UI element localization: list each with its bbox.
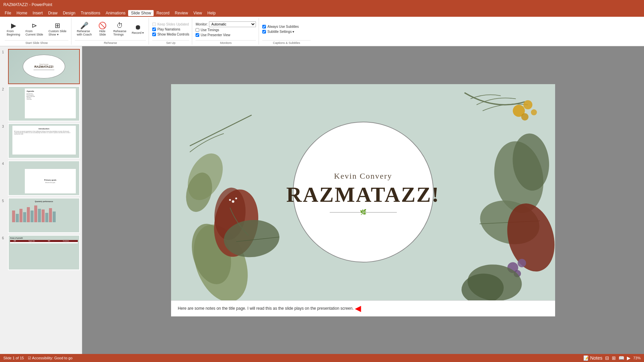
use-presenter-view-checkbox[interactable]	[196, 33, 199, 37]
zoom-level: 73%	[633, 356, 641, 360]
svg-point-22	[514, 270, 521, 277]
from-beginning-icon: ▶	[11, 22, 16, 29]
normal-view-button[interactable]: ⊟	[605, 355, 609, 361]
slide-thumb-2[interactable]: 2 Agenda Introduction Primary goals Area…	[2, 86, 80, 121]
svg-point-13	[521, 113, 529, 120]
presentation-title: RAZMATAZZ!	[286, 184, 440, 205]
notes-toggle[interactable]: 📝 Notes	[583, 355, 602, 361]
notes-text: Here are some notes on the title page. I…	[178, 306, 354, 311]
menu-home[interactable]: Home	[14, 10, 30, 16]
ribbon: ▶ FromBeginning ⊳ FromCurrent Slide ⊞ Cu…	[0, 17, 644, 46]
svg-point-23	[466, 262, 524, 300]
svg-point-19	[500, 198, 555, 277]
custom-slideshow-label: Custom SlideShow ▾	[49, 29, 67, 36]
subtitle-settings-checkbox[interactable]	[262, 30, 266, 34]
record-label: Record ▾	[132, 31, 144, 35]
main-area: 1 Kevin Convery RAZMATAZZ! 2	[0, 46, 644, 354]
hide-slide-icon: 🚫	[98, 22, 107, 29]
svg-point-6	[229, 199, 231, 201]
rehearse-coach-button[interactable]: 🎤 Rehearsewith Coach	[75, 21, 94, 38]
captions-options: Always Use Subtitles Subtitle Settings ▾	[262, 18, 311, 40]
slide-thumbnail-6[interactable]: Areas of growth B2B Supply chain M&V E-c…	[8, 235, 80, 270]
menu-file[interactable]: File	[2, 10, 14, 16]
svg-point-20	[507, 262, 518, 273]
slide-thumbnail-1[interactable]: Kevin Convery RAZMATAZZ!	[8, 49, 80, 84]
keep-slides-updated-checkbox[interactable]	[152, 22, 156, 26]
presenter-name: Kevin Convery	[334, 172, 392, 181]
menu-record[interactable]: Record	[154, 10, 172, 16]
use-timings-row[interactable]: Use Timings	[196, 28, 256, 32]
slide-divider	[330, 212, 397, 213]
slide-thumbnail-5[interactable]: Quarterly performance	[8, 198, 80, 233]
svg-point-14	[531, 109, 537, 115]
use-presenter-view-row[interactable]: Use Presenter View	[196, 33, 256, 37]
menu-slideshow[interactable]: Slide Show	[128, 10, 154, 16]
show-media-controls-label: Show Media Controls	[157, 33, 189, 36]
svg-point-7	[181, 148, 230, 206]
show-media-controls-row[interactable]: Show Media Controls	[152, 32, 189, 37]
menu-help[interactable]: Help	[205, 10, 218, 16]
slide-thumbnail-4[interactable]: Primary goals Annual revenue goals	[8, 161, 80, 196]
rehearse-timings-icon: ⏱	[116, 22, 123, 29]
rehearse-group-label: Rehearse	[75, 40, 146, 45]
svg-point-21	[518, 259, 526, 267]
slide-thumb-5[interactable]: 5 Quarterly performance	[2, 198, 80, 233]
use-timings-checkbox[interactable]	[196, 28, 199, 32]
hide-slide-button[interactable]: 🚫 HideSlide	[95, 21, 110, 38]
menu-view[interactable]: View	[191, 10, 205, 16]
from-beginning-button[interactable]: ▶ FromBeginning	[5, 21, 22, 38]
ribbon-group-rehearse: 🎤 Rehearsewith Coach 🚫 HideSlide ⏱ Rehea…	[72, 18, 149, 45]
setup-options: Keep Slides Updated Play Narrations Show…	[152, 18, 189, 40]
rehearse-buttons: 🎤 Rehearsewith Coach 🚫 HideSlide ⏱ Rehea…	[75, 18, 146, 40]
slide-num-2: 2	[2, 86, 6, 91]
slide-thumb-6[interactable]: 6 Areas of growth B2B Supply chain M&V E…	[2, 235, 80, 270]
slide-thumb-3[interactable]: 3 Introduction At Convery, we empower or…	[2, 123, 80, 159]
ribbon-group-captions: Always Use Subtitles Subtitle Settings ▾…	[260, 18, 313, 45]
menu-transitions[interactable]: Transitions	[78, 10, 103, 16]
svg-point-11	[513, 105, 525, 117]
slide-sorter-button[interactable]: ⊞	[612, 355, 616, 361]
menu-review[interactable]: Review	[172, 10, 191, 16]
slide-num-5: 5	[2, 198, 6, 203]
menu-animations[interactable]: Animations	[103, 10, 128, 16]
rehearse-coach-icon: 🎤	[80, 22, 89, 29]
show-media-controls-checkbox[interactable]	[152, 33, 156, 36]
ribbon-content: ▶ FromBeginning ⊳ FromCurrent Slide ⊞ Cu…	[0, 17, 644, 46]
reading-view-button[interactable]: 📖	[619, 355, 624, 361]
svg-point-3	[212, 186, 248, 241]
menu-bar: File Home Insert Draw Design Transitions…	[0, 9, 644, 17]
svg-point-1	[185, 219, 237, 289]
slide-thumbnail-3[interactable]: Introduction At Convery, we empower orga…	[8, 123, 80, 159]
use-timings-label: Use Timings	[201, 28, 219, 32]
monitor-select[interactable]: Automatic Primary Monitor	[209, 21, 256, 27]
slide-thumb-1[interactable]: 1 Kevin Convery RAZMATAZZ!	[2, 49, 80, 84]
keep-slides-updated-row[interactable]: Keep Slides Updated	[152, 22, 189, 26]
captions-group-label: Captions & Subtitles	[262, 40, 311, 45]
subtitle-settings-label: Subtitle Settings ▾	[267, 30, 294, 34]
from-current-button[interactable]: ⊳ FromCurrent Slide	[23, 21, 45, 38]
slideshow-button[interactable]: ▶	[627, 355, 631, 361]
menu-insert[interactable]: Insert	[30, 10, 45, 16]
from-current-icon: ⊳	[32, 22, 37, 29]
svg-point-24	[460, 272, 505, 300]
ribbon-group-monitors: Monitor: Automatic Primary Monitor Use T…	[193, 18, 259, 45]
subtitle-settings-row[interactable]: Subtitle Settings ▾	[262, 29, 311, 34]
record-icon: ⏺	[135, 24, 141, 31]
slide-thumbnail-2[interactable]: Agenda Introduction Primary goals Areas …	[8, 86, 80, 121]
play-narrations-row[interactable]: Play Narrations	[152, 27, 189, 32]
always-use-subtitles-checkbox[interactable]	[262, 25, 266, 28]
slide-thumb-4[interactable]: 4 Primary goals Annual revenue goals	[2, 161, 80, 196]
menu-draw[interactable]: Draw	[45, 10, 60, 16]
svg-point-5	[235, 197, 237, 199]
always-use-subtitles-row[interactable]: Always Use Subtitles	[262, 24, 311, 29]
svg-point-0	[184, 217, 258, 300]
record-button[interactable]: ⏺ Record ▾	[130, 22, 146, 36]
rehearse-coach-label: Rehearsewith Coach	[77, 29, 92, 36]
slide-num-1: 1	[2, 49, 6, 54]
play-narrations-checkbox[interactable]	[152, 27, 156, 31]
monitors-group-label: Monitors	[196, 40, 256, 45]
rehearse-timings-button[interactable]: ⏱ RehearseTimings	[111, 21, 128, 38]
custom-slideshow-button[interactable]: ⊞ Custom SlideShow ▾	[47, 21, 69, 38]
menu-design[interactable]: Design	[60, 10, 78, 16]
rehearse-timings-label: RehearseTimings	[113, 29, 126, 36]
